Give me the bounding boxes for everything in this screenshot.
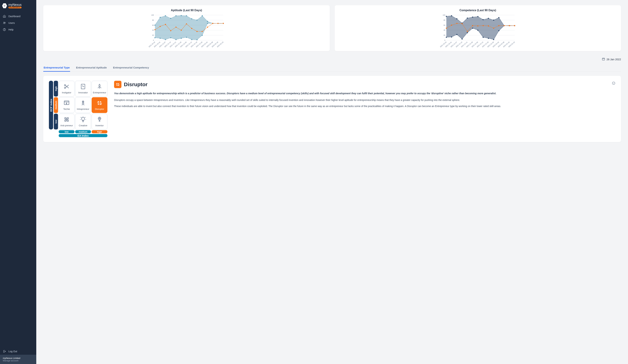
svg-point-48: [160, 38, 161, 39]
tabs: Entrepreneurial Type Entrepreneurial Apt…: [43, 64, 621, 72]
svg-point-57: [207, 23, 208, 24]
account-manage: Manage account: [3, 360, 33, 362]
type-label: Intrapreneur: [77, 108, 89, 110]
svg-rect-153: [118, 85, 119, 85]
logout-icon: [3, 350, 6, 353]
ea-tick-high: high: [92, 130, 107, 133]
svg-point-141: [509, 25, 510, 26]
svg-point-106: [472, 17, 473, 18]
puzzle-icon: [64, 116, 70, 123]
nav-label: Users: [8, 21, 15, 24]
type-innovator[interactable]: Innovator: [75, 81, 91, 96]
svg-point-101: [446, 16, 447, 17]
type-intrapreneur[interactable]: Intrapreneur: [75, 97, 91, 113]
type-antipreneur[interactable]: Anti-preneur: [59, 114, 75, 130]
chart-title: Aptitude (Last 90 Days): [46, 9, 327, 12]
detail-paragraph: These individuals are able to invent but…: [114, 104, 615, 108]
nav-dashboard[interactable]: Dashboard: [0, 13, 36, 20]
svg-point-107: [477, 16, 478, 17]
type-inventor[interactable]: Inventor: [92, 114, 107, 130]
svg-text:20: 20: [152, 34, 154, 36]
rocket-icon: [96, 83, 103, 90]
chart-title: Competence (Last 90 Days): [337, 9, 618, 12]
document-icon: [80, 83, 86, 90]
svg-point-125: [498, 30, 499, 31]
svg-point-36: [170, 18, 171, 19]
svg-point-122: [482, 37, 484, 38]
svg-point-135: [477, 25, 478, 26]
type-entrepreneur[interactable]: Entrepreneur: [92, 81, 107, 96]
type-label: Techie: [63, 108, 70, 110]
tab-entrepreneurial-aptitude[interactable]: Entrepreneurial Aptitude: [76, 64, 107, 72]
detail-intro: You demonstrate a high aptitude for entr…: [114, 92, 615, 95]
svg-point-69: [196, 31, 197, 32]
logo-icon: [2, 3, 7, 8]
disruptor-badge-icon: [114, 81, 121, 88]
lightning-browser-icon: [64, 100, 70, 107]
nav: Dashboard Users Help: [0, 11, 36, 348]
svg-point-34: [160, 17, 161, 18]
svg-text:0: 0: [444, 39, 445, 41]
svg-point-4: [5, 22, 5, 23]
date-label: 26 Jan 2022: [607, 58, 621, 61]
aptitude-chart-card: Aptitude (Last 90 Days) 0204060801002021…: [43, 5, 330, 51]
nav-users[interactable]: Users: [0, 20, 36, 26]
svg-point-142: [514, 25, 515, 26]
account-section[interactable]: myNexus Limited Manage account: [0, 355, 36, 364]
svg-point-138: [493, 28, 494, 29]
type-matrix: ECF Index high medium low Instigator Inn…: [49, 81, 108, 137]
svg-point-72: [212, 23, 213, 24]
svg-text:40: 40: [444, 29, 445, 31]
disruptor-icon: [96, 100, 103, 107]
svg-point-137: [488, 25, 489, 26]
svg-text:100: 100: [443, 14, 445, 16]
help-icon: [3, 28, 6, 31]
type-instigator[interactable]: Instigator: [59, 81, 75, 96]
type-techie[interactable]: Techie: [59, 97, 75, 113]
svg-point-111: [498, 17, 499, 18]
svg-text:60: 60: [444, 24, 445, 26]
nav-label: Help: [8, 28, 13, 31]
tab-entrepreneurial-competency[interactable]: Entrepreneurial Competency: [113, 64, 149, 72]
ecf-tick-high: high: [54, 81, 58, 96]
svg-rect-143: [602, 58, 605, 60]
type-creative[interactable]: Creative: [75, 114, 91, 130]
balloon-icon: [96, 116, 103, 123]
main-content: Aptitude (Last 90 Days) 0204060801002021…: [36, 0, 628, 364]
brand-name: myNexus: [8, 3, 21, 6]
svg-point-119: [467, 32, 468, 33]
info-icon[interactable]: [612, 81, 615, 85]
svg-text:0: 0: [153, 39, 154, 41]
ea-tick-medium: medium: [75, 130, 91, 133]
svg-point-134: [472, 25, 473, 26]
svg-point-39: [186, 15, 187, 16]
svg-point-110: [493, 20, 494, 21]
svg-point-52: [181, 38, 182, 39]
ea-tick-low: low: [59, 130, 75, 133]
nav-label: Dashboard: [8, 15, 20, 18]
nav-logout[interactable]: Log Out: [0, 348, 36, 355]
svg-point-136: [482, 25, 484, 26]
svg-point-55: [196, 39, 197, 40]
svg-point-68: [191, 28, 192, 29]
svg-point-41: [196, 20, 197, 21]
svg-point-35: [165, 15, 166, 16]
svg-point-118: [462, 39, 463, 40]
svg-point-129: [446, 28, 447, 29]
svg-point-124: [493, 39, 494, 40]
svg-point-61: [154, 29, 156, 30]
svg-point-33: [154, 25, 156, 26]
type-label: Creative: [79, 124, 87, 127]
svg-point-62: [160, 26, 161, 27]
svg-point-132: [462, 23, 463, 24]
svg-text:80: 80: [444, 19, 445, 21]
ea-axis-label: EA Index: [59, 134, 107, 137]
tab-entrepreneurial-type[interactable]: Entrepreneurial Type: [43, 64, 70, 72]
svg-point-103: [456, 18, 457, 19]
type-label: Innovator: [78, 91, 88, 94]
type-disruptor[interactable]: Disruptor: [92, 97, 107, 113]
ecf-tick-low: low: [54, 114, 58, 130]
nav-help[interactable]: Help: [0, 26, 36, 33]
svg-point-140: [504, 25, 505, 26]
svg-point-130: [451, 25, 452, 26]
